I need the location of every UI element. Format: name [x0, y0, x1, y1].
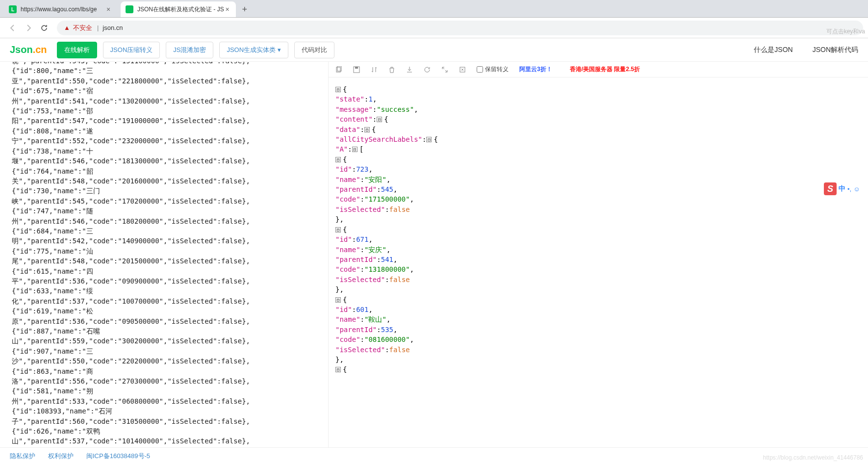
collapse-toggle[interactable]: ⊟ [335, 227, 341, 232]
sogou-icon: S [824, 182, 837, 195]
refresh-icon[interactable] [424, 66, 431, 73]
site-footer: 隐私保护 权利保护 闽ICP备16038489号-5 [0, 447, 868, 464]
url-separator: | [97, 24, 99, 31]
address-bar: ▲ 不安全 | json.cn [0, 18, 868, 38]
url-input[interactable]: ▲ 不安全 | json.cn [57, 21, 863, 35]
close-icon[interactable]: × [224, 6, 231, 13]
close-all-icon[interactable] [459, 66, 466, 73]
formatted-json-pane: 保留转义 阿里云3折！ 香港/美国服务器 限量2.5折 ⊟{ "state":1… [329, 62, 868, 447]
promo-aliyun[interactable]: 阿里云3折！ [519, 65, 552, 74]
compress-icon[interactable] [441, 66, 448, 73]
diff-button[interactable]: 代码对比 [294, 42, 334, 58]
browser-tab-bar: L https://www.lagou.com/lbs/ge × JSON在线解… [0, 0, 868, 18]
raw-line: {"id":753,"name":"邵阳","parentId":547,"co… [12, 106, 325, 126]
reload-button[interactable] [37, 21, 51, 35]
delete-icon[interactable] [388, 66, 395, 73]
chevron-down-icon: ▾ [278, 46, 281, 53]
collapse-toggle[interactable]: ⊟ [335, 297, 341, 303]
copy-icon[interactable] [335, 66, 342, 73]
raw-line: {"id":633,"name":"绥化","parentId":537,"co… [12, 286, 325, 306]
generate-dropdown[interactable]: JSON生成实体类▾ [219, 42, 288, 58]
site-header: Json.cn 在线解析 JSON压缩转义 JS混淆加密 JSON生成实体类▾ … [0, 38, 868, 62]
new-tab-button[interactable]: + [238, 2, 252, 16]
favicon-lagou: L [9, 5, 17, 13]
icp-link[interactable]: 闽ICP备16038489号-5 [86, 452, 150, 461]
raw-line: {"id":907,"name":"三沙","parentId":550,"co… [12, 346, 325, 366]
back-button[interactable] [6, 21, 20, 35]
json-api-link[interactable]: JSON解析代码 [813, 46, 858, 54]
raw-line: {"id":701,"name":"上饶","parentId":543,"co… [12, 62, 325, 66]
raw-line: {"id":615,"name":"四平","parentId":536,"co… [12, 266, 325, 286]
tab-title: JSON在线解析及格式化验证 - JS [137, 5, 224, 14]
raw-line: {"id":747,"name":"随州","parentId":546,"co… [12, 206, 325, 226]
forward-button[interactable] [22, 21, 35, 35]
insecure-label: 不安全 [73, 24, 92, 32]
collapse-toggle[interactable]: ⊟ [377, 117, 382, 122]
raw-line: {"id":581,"name":"朔州","parentId":533,"co… [12, 386, 325, 406]
site-logo[interactable]: Json.cn [10, 44, 47, 55]
raw-line: 山","parentId":537,"code":"101400000","is… [12, 436, 325, 447]
raw-line: {"id":684,"name":"三明","parentId":542,"co… [12, 226, 325, 246]
raw-line: {"id":775,"name":"汕尾","parentId":548,"co… [12, 246, 325, 266]
raw-line: {"id":730,"name":"三门峡","parentId":545,"c… [12, 186, 325, 206]
raw-line: {"id":764,"name":"韶关","parentId":548,"co… [12, 166, 325, 186]
raw-line: 子","parentId":560,"code":"310500000","is… [12, 416, 325, 437]
raw-line: {"id":675,"name":"宿州","parentId":541,"co… [12, 86, 325, 106]
browser-tab-0[interactable]: L https://www.lagou.com/lbs/ge × [4, 1, 117, 17]
collapse-toggle[interactable]: ⊟ [335, 87, 341, 92]
close-icon[interactable]: × [105, 6, 112, 13]
save-icon[interactable] [353, 66, 360, 73]
collapse-toggle[interactable]: ⊟ [352, 147, 357, 152]
hint-text: 可点击key和va [826, 27, 865, 36]
browser-tab-1[interactable]: JSON在线解析及格式化验证 - JS × [121, 1, 236, 17]
raw-line: {"id":619,"name":"松原","parentId":536,"co… [12, 306, 325, 326]
sort-icon[interactable] [371, 66, 378, 73]
parse-button[interactable]: 在线解析 [57, 42, 97, 58]
svg-rect-3 [355, 67, 358, 69]
what-is-json-link[interactable]: 什么是JSON [754, 46, 792, 54]
raw-line: {"id":863,"name":"商洛","parentId":556,"co… [12, 366, 325, 387]
main-split: {"id":648,"name":"宿迁","parentId":539,"co… [0, 62, 868, 447]
compress-button[interactable]: JSON压缩转义 [103, 42, 160, 58]
raw-line: {"id":808,"name":"遂宁","parentId":552,"co… [12, 126, 325, 146]
raw-line: {"id":738,"name":"十堰","parentId":546,"co… [12, 146, 325, 166]
favicon-jsoncn [126, 5, 133, 13]
obfuscate-button[interactable]: JS混淆加密 [166, 42, 213, 58]
privacy-link[interactable]: 隐私保护 [10, 452, 35, 461]
download-icon[interactable] [406, 66, 413, 73]
raw-line: {"id":800,"name":"三亚","parentId":550,"co… [12, 66, 325, 86]
promo-server[interactable]: 香港/美国服务器 限量2.5折 [570, 65, 640, 74]
warning-icon: ▲ [64, 24, 70, 31]
watermark: https://blog.csdn.net/weixin_41446786 [763, 454, 863, 461]
raw-json-input[interactable]: {"id":648,"name":"宿迁","parentId":539,"co… [0, 62, 329, 447]
collapse-toggle[interactable]: ⊟ [335, 367, 341, 372]
collapse-toggle[interactable]: ⊟ [364, 127, 370, 132]
ime-indicator: S 中 •, ☺ [824, 181, 868, 196]
collapse-toggle[interactable]: ⊟ [426, 137, 432, 142]
tree-toolbar: 保留转义 阿里云3折！ 香港/美国服务器 限量2.5折 [329, 62, 868, 77]
raw-line: {"id":887,"name":"石嘴山","parentId":559,"c… [12, 326, 325, 346]
smiley-icon: ☺ [853, 185, 860, 193]
tab-title: https://www.lagou.com/lbs/ge [21, 6, 97, 13]
url-text: json.cn [102, 24, 123, 31]
rights-link[interactable]: 权利保护 [48, 452, 74, 461]
collapse-toggle[interactable]: ⊟ [335, 157, 341, 162]
json-tree-view[interactable]: ⊟{ "state":1, "message":"success", "cont… [329, 77, 868, 447]
raw-line: {"id":108393,"name":"石河 [12, 406, 325, 416]
keep-escape-checkbox[interactable]: 保留转义 [477, 65, 509, 74]
